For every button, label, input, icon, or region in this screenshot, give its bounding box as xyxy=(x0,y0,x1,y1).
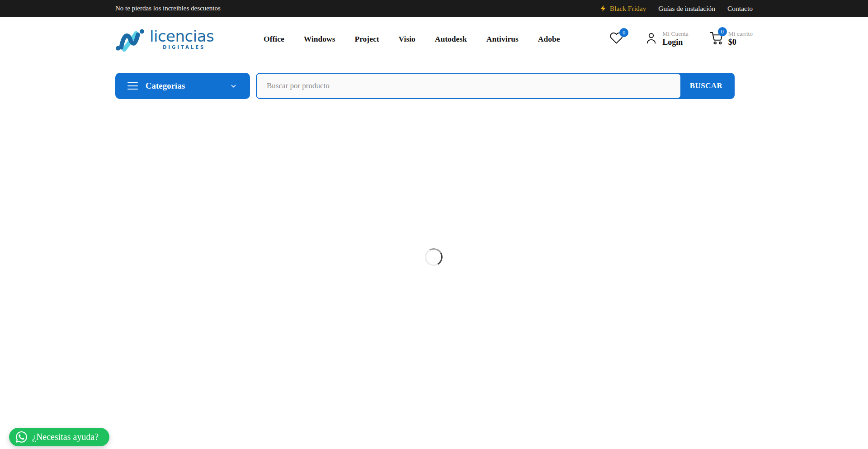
whatsapp-icon xyxy=(16,431,27,443)
topbar-link-black-friday[interactable]: Black Friday xyxy=(600,5,646,13)
topbar-link-label: Guías de instalación xyxy=(658,5,715,13)
user-icon xyxy=(644,31,658,47)
nav-item-office[interactable]: Office xyxy=(264,34,284,44)
topbar-link-label: Black Friday xyxy=(610,5,646,13)
wishlist-button[interactable]: 0 xyxy=(609,31,623,47)
site-header: licencias DIGITALES Office Windows Proje… xyxy=(0,17,868,61)
nav-item-visio[interactable]: Visio xyxy=(399,34,415,44)
chevron-down-icon xyxy=(230,82,237,90)
promo-text: No te pierdas los increíbles descuentos xyxy=(115,5,221,12)
wishlist-count-badge: 0 xyxy=(619,28,628,37)
account-label: Mi Cuenta xyxy=(662,30,688,38)
whatsapp-label: ¿Necesitas ayuda? xyxy=(32,432,99,442)
nav-item-autodesk[interactable]: Autodesk xyxy=(435,34,467,44)
topbar-link-contact[interactable]: Contacto xyxy=(727,5,753,13)
main-nav: Office Windows Project Visio Autodesk An… xyxy=(264,34,560,44)
loading-spinner xyxy=(425,248,443,266)
topbar-link-guides[interactable]: Guías de instalación xyxy=(658,5,715,13)
header-actions: 0 Mi Cuenta Login xyxy=(609,30,753,47)
nav-item-adobe[interactable]: Adobe xyxy=(538,34,560,44)
logo-tagline: DIGITALES xyxy=(163,45,205,50)
whatsapp-button[interactable]: ¿Necesitas ayuda? xyxy=(9,428,109,446)
topbar-link-label: Contacto xyxy=(727,5,753,13)
topbar-links: Black Friday Guías de instalación Contac… xyxy=(600,5,753,13)
logo-icon xyxy=(115,26,145,52)
categories-button[interactable]: Categorías xyxy=(115,73,250,99)
logo[interactable]: licencias DIGITALES xyxy=(115,26,214,52)
hamburger-icon xyxy=(127,82,138,90)
nav-item-windows[interactable]: Windows xyxy=(304,34,335,44)
cart-label: Mi carrito xyxy=(728,30,753,38)
nav-item-project[interactable]: Project xyxy=(354,34,379,44)
nav-item-antivirus[interactable]: Antivirus xyxy=(486,34,519,44)
logo-name: licencias xyxy=(150,28,214,44)
topbar: No te pierdas los increíbles descuentos … xyxy=(0,0,868,17)
lightning-icon xyxy=(600,5,607,12)
cart-button[interactable]: 0 Mi carrito $0 xyxy=(709,30,753,47)
search-input[interactable] xyxy=(256,73,681,99)
login-link: Login xyxy=(662,38,688,47)
search-row: Categorías BUSCAR xyxy=(115,73,735,99)
search-form: BUSCAR xyxy=(256,73,735,99)
search-button[interactable]: BUSCAR xyxy=(678,73,735,99)
categories-label: Categorías xyxy=(146,81,185,91)
cart-count-badge: 0 xyxy=(718,27,727,36)
account-button[interactable]: Mi Cuenta Login xyxy=(644,30,688,47)
cart-total: $0 xyxy=(728,38,753,47)
